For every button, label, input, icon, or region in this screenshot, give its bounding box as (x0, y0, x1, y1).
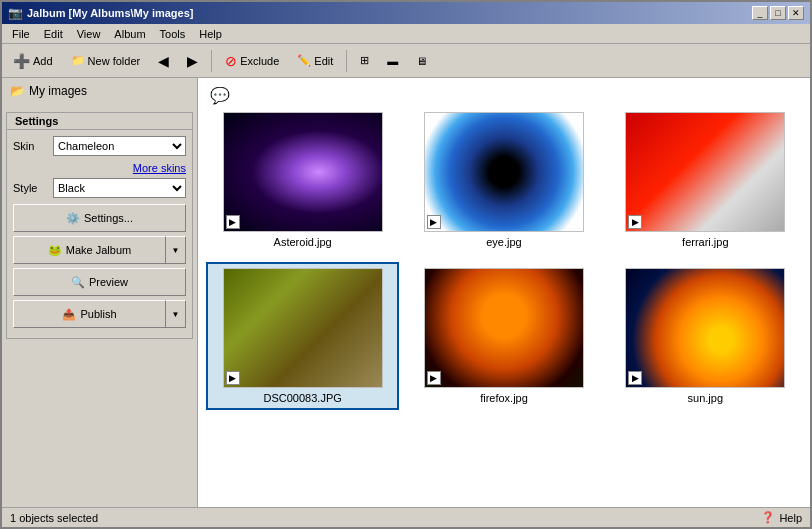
image-thumbnail-2: ▶ (424, 112, 584, 232)
titlebar-left: 📷 Jalbum [My Albums\My images] (8, 6, 193, 20)
image-badge-3: ▶ (628, 215, 642, 229)
maximize-button[interactable]: □ (770, 6, 786, 20)
window-controls: _ □ ✕ (752, 6, 804, 20)
image-label-3: ferrari.jpg (682, 236, 728, 248)
tree-item-my-images[interactable]: 📂 My images (6, 82, 193, 100)
exclude-icon: ⊘ (225, 53, 237, 69)
toolbar: ➕ Add 📁 New folder ◀ ▶ ⊘ Exclude ✏️ Edit… (2, 44, 810, 78)
close-button[interactable]: ✕ (788, 6, 804, 20)
publish-button[interactable]: 📤 Publish (13, 300, 166, 328)
preview-icon: 🔍 (71, 276, 85, 289)
settings-btn-label: Settings... (84, 212, 133, 224)
style-row: Style Black (13, 178, 186, 198)
image-cell-5[interactable]: ▶ firefox.jpg (407, 262, 600, 410)
titlebar: 📷 Jalbum [My Albums\My images] _ □ ✕ (2, 2, 810, 24)
menubar: File Edit View Album Tools Help (2, 24, 810, 44)
view-list-button[interactable]: ▬ (380, 48, 405, 74)
image-label-4: DSC00083.JPG (264, 392, 342, 404)
forward-button[interactable]: ▶ (180, 48, 205, 74)
settings-header-label: Settings (15, 115, 58, 127)
separator-2 (346, 50, 347, 72)
publish-btn-label: Publish (80, 308, 116, 320)
menu-edit[interactable]: Edit (38, 26, 69, 42)
help-label: Help (779, 512, 802, 524)
folder-icon: 📂 (10, 84, 25, 98)
image-cell-2[interactable]: ▶ eye.jpg (407, 106, 600, 254)
make-icon: 🐸 (48, 244, 62, 257)
image-badge-6: ▶ (628, 371, 642, 385)
chevron-down-icon: ▼ (172, 246, 180, 255)
image-thumbnail-6: ▶ (625, 268, 785, 388)
left-panel: 📂 My images Settings Skin Chameleon (2, 78, 198, 507)
edit-button[interactable]: ✏️ Edit (290, 48, 340, 74)
image-grid: ▶ Asteroid.jpg ▶ eye.jpg ▶ ferrari. (206, 106, 802, 410)
image-badge-4: ▶ (226, 371, 240, 385)
settings-panel: Settings Skin Chameleon More skins Style (6, 112, 193, 339)
grid-icon: ⊞ (360, 54, 369, 67)
exclude-button[interactable]: ⊘ Exclude (218, 48, 286, 74)
skin-select[interactable]: Chameleon (53, 136, 186, 156)
more-skins-link[interactable]: More skins (13, 162, 186, 174)
minimize-button[interactable]: _ (752, 6, 768, 20)
monitor-icon: 🖥 (416, 55, 427, 67)
app-icon: 📷 (8, 6, 23, 20)
album-tree: 📂 My images (6, 82, 193, 100)
image-cell-4[interactable]: ▶ DSC00083.JPG (206, 262, 399, 410)
image-thumbnail-4: ▶ (223, 268, 383, 388)
menu-help[interactable]: Help (193, 26, 228, 42)
gear-icon: ⚙️ (66, 212, 80, 225)
settings-panel-header: Settings (7, 113, 192, 130)
make-jalbum-container: 🐸 Make Jalbum ▼ (13, 236, 186, 264)
tree-item-label: My images (29, 84, 87, 98)
make-jalbum-label: Make Jalbum (66, 244, 131, 256)
view-icons-button[interactable]: ⊞ (353, 48, 376, 74)
image-cell-1[interactable]: ▶ Asteroid.jpg (206, 106, 399, 254)
image-cell-3[interactable]: ▶ ferrari.jpg (609, 106, 802, 254)
view-extra-button[interactable]: 🖥 (409, 48, 434, 74)
preview-btn-label: Preview (89, 276, 128, 288)
separator-1 (211, 50, 212, 72)
make-jalbum-button[interactable]: 🐸 Make Jalbum (13, 236, 166, 264)
skin-label: Skin (13, 140, 49, 152)
back-icon: ◀ (158, 53, 169, 69)
list-icon: ▬ (387, 55, 398, 67)
image-label-1: Asteroid.jpg (274, 236, 332, 248)
forward-icon: ▶ (187, 53, 198, 69)
make-jalbum-arrow-button[interactable]: ▼ (166, 236, 186, 264)
new-folder-button[interactable]: 📁 New folder (64, 48, 148, 74)
edit-icon: ✏️ (297, 54, 311, 67)
image-thumbnail-1: ▶ (223, 112, 383, 232)
help-icon: ❓ (761, 511, 775, 524)
status-text: 1 objects selected (10, 512, 98, 524)
preview-button[interactable]: 🔍 Preview (13, 268, 186, 296)
image-thumbnail-3: ▶ (625, 112, 785, 232)
image-cell-6[interactable]: ▶ sun.jpg (609, 262, 802, 410)
menu-tools[interactable]: Tools (154, 26, 192, 42)
chat-bubble-icon: 💬 (210, 86, 230, 105)
publish-container: 📤 Publish ▼ (13, 300, 186, 328)
menu-file[interactable]: File (6, 26, 36, 42)
settings-button[interactable]: ⚙️ Settings... (13, 204, 186, 232)
main-content: 📂 My images Settings Skin Chameleon (2, 78, 810, 507)
back-button[interactable]: ◀ (151, 48, 176, 74)
image-badge-2: ▶ (427, 215, 441, 229)
menu-album[interactable]: Album (108, 26, 151, 42)
statusbar: 1 objects selected ❓ Help (2, 507, 810, 527)
image-label-6: sun.jpg (688, 392, 723, 404)
style-label: Style (13, 182, 49, 194)
publish-arrow-button[interactable]: ▼ (166, 300, 186, 328)
window-title: Jalbum [My Albums\My images] (27, 7, 193, 19)
menu-view[interactable]: View (71, 26, 107, 42)
image-badge-5: ▶ (427, 371, 441, 385)
exclude-label: Exclude (240, 55, 279, 67)
image-label-5: firefox.jpg (480, 392, 528, 404)
publish-icon: 📤 (62, 308, 76, 321)
chevron-down-icon: ▼ (172, 310, 180, 319)
add-icon: ➕ (13, 53, 30, 69)
new-folder-label: New folder (88, 55, 141, 67)
image-label-2: eye.jpg (486, 236, 521, 248)
edit-label: Edit (314, 55, 333, 67)
add-button[interactable]: ➕ Add (6, 48, 60, 74)
style-select[interactable]: Black (53, 178, 186, 198)
right-panel: 💬 ▶ Asteroid.jpg ▶ eye.jpg (198, 78, 810, 507)
